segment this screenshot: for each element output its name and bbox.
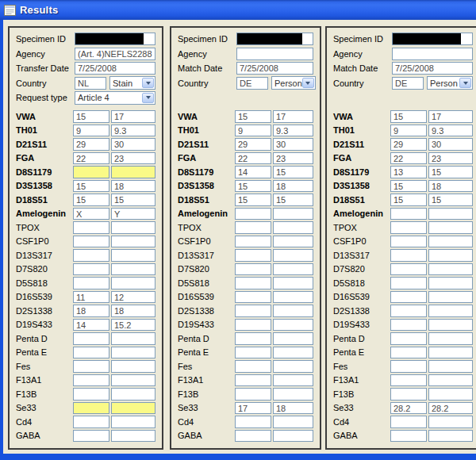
allele-field-2[interactable] — [111, 388, 155, 401]
allele-field-2[interactable]: 18 — [111, 180, 155, 193]
allele-field-2[interactable]: 9.3 — [111, 125, 155, 137]
allele-field-1[interactable]: 29 — [73, 138, 109, 151]
allele-field-1[interactable]: 22 — [390, 152, 427, 165]
allele-field-2[interactable]: 9.3 — [428, 125, 473, 137]
request-type-combo[interactable]: Article 4 — [75, 91, 155, 105]
allele-field-2[interactable]: 23 — [111, 152, 155, 165]
allele-field-1[interactable] — [390, 236, 427, 248]
allele-field-2[interactable]: Y — [111, 208, 155, 220]
allele-field-2[interactable] — [111, 402, 155, 415]
allele-field-1[interactable] — [390, 388, 427, 401]
title-bar[interactable]: Results — [0, 0, 476, 20]
allele-field-1[interactable] — [235, 249, 271, 262]
specimen-type-combo[interactable]: Person — [271, 76, 316, 90]
allele-field-2[interactable]: 18 — [273, 402, 313, 415]
allele-field-1[interactable] — [235, 319, 271, 332]
allele-field-1[interactable] — [390, 347, 427, 359]
allele-field-1[interactable] — [390, 319, 427, 332]
allele-field-2[interactable] — [273, 221, 313, 234]
allele-field-1[interactable] — [235, 388, 271, 401]
combo-arrow-button[interactable] — [459, 78, 471, 88]
allele-field-1[interactable] — [73, 263, 109, 276]
text-field[interactable] — [236, 48, 313, 60]
allele-field-2[interactable] — [428, 263, 473, 276]
allele-field-2[interactable] — [273, 347, 313, 359]
allele-field-1[interactable]: 9 — [73, 125, 109, 137]
specimen-type-combo[interactable]: Person — [427, 76, 473, 90]
allele-field-1[interactable] — [235, 430, 271, 443]
allele-field-2[interactable]: 30 — [428, 138, 473, 151]
allele-field-1[interactable] — [235, 416, 271, 428]
allele-field-1[interactable] — [235, 374, 271, 387]
allele-field-1[interactable] — [235, 208, 271, 220]
allele-field-2[interactable] — [428, 388, 473, 401]
allele-field-1[interactable] — [390, 208, 427, 220]
allele-field-2[interactable] — [273, 208, 313, 220]
allele-field-2[interactable] — [111, 166, 155, 178]
allele-field-1[interactable] — [235, 332, 271, 345]
allele-field-2[interactable]: 15 — [273, 194, 313, 206]
allele-field-1[interactable] — [390, 263, 427, 276]
combo-arrow-button[interactable] — [142, 93, 154, 103]
allele-field-1[interactable] — [390, 249, 427, 262]
allele-field-1[interactable]: X — [73, 208, 109, 220]
specimen-id-field[interactable] — [75, 33, 155, 45]
combo-arrow-button[interactable] — [302, 78, 314, 88]
allele-field-1[interactable] — [235, 277, 271, 289]
allele-field-2[interactable] — [273, 319, 313, 332]
allele-field-1[interactable]: 15 — [73, 180, 109, 193]
allele-field-1[interactable] — [73, 402, 109, 415]
allele-field-2[interactable]: 15 — [111, 194, 155, 206]
allele-field-2[interactable] — [273, 305, 313, 317]
allele-field-1[interactable]: 13 — [390, 166, 427, 178]
allele-field-1[interactable]: 15 — [235, 180, 271, 193]
allele-field-2[interactable] — [428, 208, 473, 220]
allele-field-2[interactable] — [111, 277, 155, 289]
allele-field-2[interactable]: 18 — [273, 180, 313, 193]
allele-field-1[interactable] — [235, 347, 271, 359]
allele-field-1[interactable] — [73, 221, 109, 234]
allele-field-1[interactable]: 22 — [235, 152, 271, 165]
text-field[interactable]: (Art. 4)NEFLS2288 — [75, 48, 155, 60]
allele-field-2[interactable]: 18 — [428, 180, 473, 193]
allele-field-2[interactable] — [428, 236, 473, 248]
allele-field-2[interactable]: 15 — [273, 166, 313, 178]
allele-field-2[interactable] — [111, 263, 155, 276]
allele-field-1[interactable] — [390, 305, 427, 317]
allele-field-2[interactable] — [111, 416, 155, 428]
allele-field-1[interactable]: 22 — [73, 152, 109, 165]
allele-field-1[interactable] — [235, 291, 271, 304]
allele-field-2[interactable] — [428, 291, 473, 304]
allele-field-2[interactable] — [428, 430, 473, 443]
allele-field-1[interactable] — [390, 332, 427, 345]
allele-field-1[interactable] — [235, 236, 271, 248]
allele-field-1[interactable]: 15 — [390, 110, 427, 123]
allele-field-1[interactable]: 14 — [235, 166, 271, 178]
allele-field-1[interactable] — [73, 347, 109, 359]
allele-field-1[interactable] — [73, 332, 109, 345]
allele-field-2[interactable] — [273, 277, 313, 289]
allele-field-1[interactable] — [390, 277, 427, 289]
allele-field-1[interactable] — [235, 360, 271, 373]
allele-field-1[interactable]: 15 — [235, 110, 271, 123]
combo-arrow-button[interactable] — [142, 78, 154, 88]
allele-field-2[interactable]: 30 — [273, 138, 313, 151]
allele-field-1[interactable] — [235, 221, 271, 234]
allele-field-2[interactable]: 15 — [428, 166, 473, 178]
allele-field-1[interactable]: 9 — [390, 125, 427, 137]
allele-field-2[interactable] — [273, 332, 313, 345]
allele-field-2[interactable]: 23 — [428, 152, 473, 165]
allele-field-1[interactable] — [235, 263, 271, 276]
allele-field-1[interactable]: 15 — [73, 194, 109, 206]
allele-field-1[interactable] — [235, 305, 271, 317]
allele-field-2[interactable]: 23 — [273, 152, 313, 165]
allele-field-1[interactable] — [390, 416, 427, 428]
allele-field-2[interactable] — [111, 332, 155, 345]
allele-field-1[interactable] — [73, 388, 109, 401]
allele-field-2[interactable]: 17 — [428, 110, 473, 123]
allele-field-1[interactable] — [73, 374, 109, 387]
allele-field-2[interactable] — [273, 263, 313, 276]
allele-field-1[interactable] — [390, 374, 427, 387]
allele-field-1[interactable]: 15 — [390, 180, 427, 193]
allele-field-2[interactable] — [273, 249, 313, 262]
